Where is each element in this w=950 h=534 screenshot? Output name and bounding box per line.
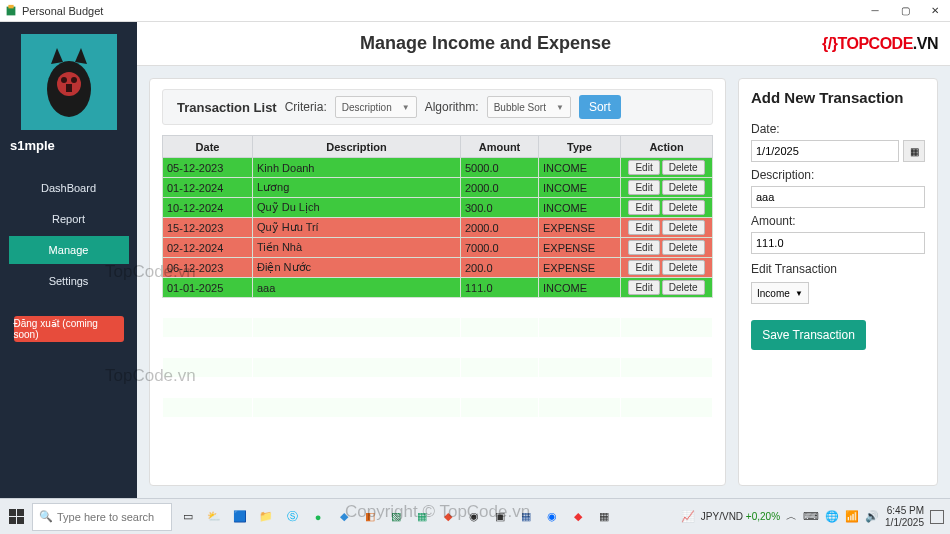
- delete-button[interactable]: Delete: [662, 260, 705, 275]
- cell-date: 06-12-2023: [163, 258, 253, 278]
- sidebar-item-dashboard[interactable]: DashBoard: [9, 174, 129, 202]
- date-label: Date:: [751, 122, 925, 136]
- save-transaction-button[interactable]: Save Transaction: [751, 320, 866, 350]
- username-label: s1mple: [0, 138, 55, 153]
- cell-action: EditDelete: [621, 158, 713, 178]
- svg-rect-1: [8, 4, 13, 8]
- cell-amount: 2000.0: [461, 218, 539, 238]
- svg-point-5: [71, 77, 77, 83]
- app-icon[interactable]: ◧: [358, 505, 382, 529]
- date-picker-button[interactable]: ▦: [903, 140, 925, 162]
- cell-date: 10-12-2024: [163, 198, 253, 218]
- clock[interactable]: 6:45 PM 1/1/2025: [885, 505, 924, 529]
- delete-button[interactable]: Delete: [662, 180, 705, 195]
- svg-point-4: [61, 77, 67, 83]
- table-row-empty: [163, 398, 713, 418]
- delete-button[interactable]: Delete: [662, 220, 705, 235]
- excel-icon[interactable]: ▧: [384, 505, 408, 529]
- volume-icon[interactable]: 🔊: [865, 510, 879, 523]
- edit-button[interactable]: Edit: [628, 180, 659, 195]
- cell-desc: Quỹ Du Lịch: [253, 198, 461, 218]
- language-icon[interactable]: 🌐: [825, 510, 839, 523]
- filter-bar: Transaction List Criteria: Description▼ …: [162, 89, 713, 125]
- description-input[interactable]: aaa: [751, 186, 925, 208]
- spotify-icon[interactable]: ●: [306, 505, 330, 529]
- chevron-down-icon: ▼: [402, 103, 410, 112]
- edit-button[interactable]: Edit: [628, 280, 659, 295]
- column-header: Action: [621, 136, 713, 158]
- cell-date: 05-12-2023: [163, 158, 253, 178]
- notifications-button[interactable]: [930, 510, 944, 524]
- edit-button[interactable]: Edit: [628, 160, 659, 175]
- cell-action: EditDelete: [621, 278, 713, 298]
- cell-action: EditDelete: [621, 258, 713, 278]
- git-icon[interactable]: ◆: [436, 505, 460, 529]
- zalo-icon[interactable]: ◉: [540, 505, 564, 529]
- type-dropdown[interactable]: Income▼: [751, 282, 809, 304]
- sidebar-item-report[interactable]: Report: [9, 205, 129, 233]
- window-titlebar: Personal Budget ─ ▢ ✕: [0, 0, 950, 22]
- sidebar-item-manage[interactable]: Manage: [9, 236, 129, 264]
- transactions-table: DateDescriptionAmountTypeAction 05-12-20…: [162, 135, 713, 418]
- wifi-icon[interactable]: 📶: [845, 510, 859, 523]
- explorer-icon[interactable]: 📁: [254, 505, 278, 529]
- amount-input[interactable]: 111.0: [751, 232, 925, 254]
- window-close-button[interactable]: ✕: [920, 0, 950, 22]
- edit-button[interactable]: Edit: [628, 220, 659, 235]
- cell-action: EditDelete: [621, 218, 713, 238]
- budget-app-icon[interactable]: ▦: [592, 505, 616, 529]
- vscode-icon[interactable]: ◆: [332, 505, 356, 529]
- edit-button[interactable]: Edit: [628, 260, 659, 275]
- cell-desc: aaa: [253, 278, 461, 298]
- teams-icon[interactable]: ▦: [410, 505, 434, 529]
- weather-icon[interactable]: ⛅: [202, 505, 226, 529]
- edit-transaction-label: Edit Transaction: [751, 262, 925, 276]
- taskview-icon[interactable]: ▭: [176, 505, 200, 529]
- cell-type: INCOME: [539, 178, 621, 198]
- app2-icon[interactable]: ◆: [566, 505, 590, 529]
- word-icon[interactable]: ▦: [514, 505, 538, 529]
- sort-button[interactable]: Sort: [579, 95, 621, 119]
- tray-chevron-icon[interactable]: ︿: [786, 509, 797, 524]
- currency-icon[interactable]: 📈: [681, 510, 695, 523]
- skype-icon[interactable]: Ⓢ: [280, 505, 304, 529]
- app-icon: [4, 4, 18, 18]
- table-row-empty: [163, 378, 713, 398]
- column-header: Date: [163, 136, 253, 158]
- date-input[interactable]: 1/1/2025: [751, 140, 899, 162]
- currency-widget[interactable]: JPY/VND +0,20%: [701, 511, 780, 522]
- keyboard-icon[interactable]: ⌨: [803, 510, 819, 523]
- amount-label: Amount:: [751, 214, 925, 228]
- algorithm-dropdown[interactable]: Bubble Sort▼: [487, 96, 571, 118]
- svg-rect-10: [17, 517, 24, 524]
- form-title: Add New Transaction: [751, 89, 925, 106]
- cell-date: 01-12-2024: [163, 178, 253, 198]
- delete-button[interactable]: Delete: [662, 280, 705, 295]
- taskbar-apps: ▭ ⛅ 🟦 📁 Ⓢ ● ◆ ◧ ▧ ▦ ◆ ◉ ▣ ▦ ◉ ◆ ▦: [176, 505, 616, 529]
- edit-button[interactable]: Edit: [628, 240, 659, 255]
- sidebar: s1mple DashBoardReportManageSettings Đăn…: [0, 22, 137, 498]
- chevron-down-icon: ▼: [556, 103, 564, 112]
- table-row-empty: [163, 358, 713, 378]
- cell-type: INCOME: [539, 158, 621, 178]
- table-row-empty: [163, 338, 713, 358]
- window-maximize-button[interactable]: ▢: [890, 0, 920, 22]
- delete-button[interactable]: Delete: [662, 160, 705, 175]
- cell-type: EXPENSE: [539, 258, 621, 278]
- chrome-icon[interactable]: ◉: [462, 505, 486, 529]
- cell-desc: Quỹ Hưu Trí: [253, 218, 461, 238]
- description-label: Description:: [751, 168, 925, 182]
- cell-action: EditDelete: [621, 238, 713, 258]
- start-button[interactable]: [0, 499, 32, 535]
- taskbar-search[interactable]: 🔍 Type here to search: [32, 503, 172, 531]
- edge-icon[interactable]: 🟦: [228, 505, 252, 529]
- delete-button[interactable]: Delete: [662, 240, 705, 255]
- terminal-icon[interactable]: ▣: [488, 505, 512, 529]
- edit-button[interactable]: Edit: [628, 200, 659, 215]
- delete-button[interactable]: Delete: [662, 200, 705, 215]
- table-row: 15-12-2023Quỹ Hưu Trí2000.0EXPENSEEditDe…: [163, 218, 713, 238]
- sidebar-item-settings[interactable]: Settings: [9, 267, 129, 295]
- logout-button[interactable]: Đăng xuất (coming soon): [14, 316, 124, 342]
- criteria-dropdown[interactable]: Description▼: [335, 96, 417, 118]
- window-minimize-button[interactable]: ─: [860, 0, 890, 22]
